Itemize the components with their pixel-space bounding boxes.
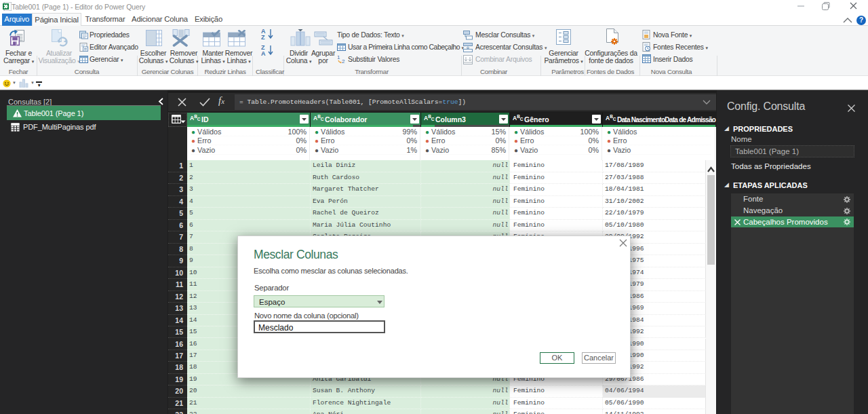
svg-text:Z: Z <box>261 34 265 40</box>
svg-text:1: 1 <box>337 54 340 60</box>
svg-text:A: A <box>261 50 266 56</box>
svg-text:2: 2 <box>342 58 345 64</box>
